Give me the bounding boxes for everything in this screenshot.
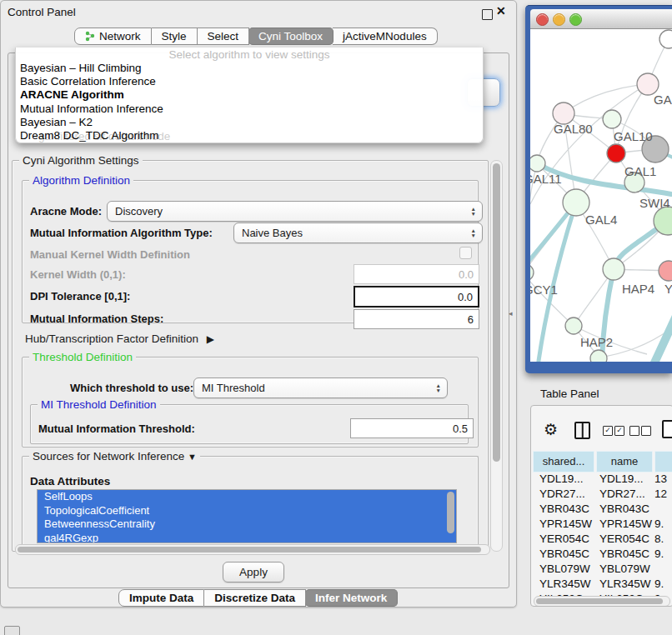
table-row[interactable]: YLR345WYLR345W9. [531, 578, 671, 592]
table-cell: 9. [654, 578, 664, 590]
network-node[interactable] [607, 144, 625, 162]
tab-discretize-data[interactable]: Discretize Data [204, 589, 306, 607]
algorithm-definition-title: Algorithm Definition [29, 174, 133, 187]
table-row[interactable]: YBR043CYBR043C [531, 502, 671, 518]
table-cell: 13 [654, 472, 667, 485]
column-header[interactable]: shared... [533, 451, 594, 472]
tab-select[interactable]: Select [198, 28, 250, 45]
network-node[interactable] [659, 261, 672, 281]
tab-cyni-toolbox[interactable]: Cyni Toolbox [248, 28, 333, 45]
algorithm-option[interactable]: Dream8 DC_TDC Algorithm [16, 129, 483, 142]
table-cell: YER054C [539, 532, 589, 545]
apply-button[interactable]: Apply [223, 562, 284, 582]
table-cell: YBL079W [539, 562, 590, 575]
network-node-label: SWI4 [639, 196, 670, 210]
table-cell: YDR27... [539, 488, 585, 500]
close-traffic-light-icon[interactable] [536, 13, 549, 26]
minimize-traffic-light-icon[interactable] [553, 13, 565, 26]
data-attributes-label: Data Attributes [30, 475, 110, 488]
settings-vscrollbar[interactable] [490, 160, 503, 552]
checkbox-checked-icon[interactable]: ✓ [603, 426, 613, 436]
data-attributes-list[interactable]: SelfLoopsTopologicalCoefficientBetweenne… [37, 489, 457, 543]
hub-definition-toggle[interactable]: Hub/Transcription Factor Definition ▶ [25, 332, 214, 345]
control-panel-title: Control Panel [8, 6, 76, 18]
algorithm-option[interactable]: Mutual Information Inference [16, 102, 483, 116]
table-row[interactable]: YER054CYER054C8. [531, 532, 671, 548]
tab-infer-network[interactable]: Infer Network [305, 589, 398, 607]
column-header[interactable]: name [596, 451, 653, 472]
kernel-width-field[interactable]: 0.0 [354, 264, 479, 284]
mi-type-label: Mutual Information Algorithm Type: [30, 227, 213, 239]
table-hscrollbar[interactable] [534, 596, 670, 607]
network-node[interactable] [659, 30, 672, 48]
data-attribute-item[interactable]: gal4RGexp [38, 532, 456, 544]
algorithm-option[interactable]: Bayesian – Hill Climbing [16, 62, 483, 75]
close-icon[interactable]: ✕ [496, 4, 506, 18]
table-cell: YDR27... [599, 488, 645, 500]
table-cell: YBR043C [599, 502, 649, 515]
which-threshold-combo[interactable]: MI Threshold ▲▼ [193, 378, 448, 398]
network-node-label: GAL1 [624, 164, 656, 178]
table-hscrollbar-thumb[interactable] [536, 598, 663, 604]
mi-steps-field[interactable]: 6 [354, 309, 479, 329]
manual-kernel-checkbox[interactable] [459, 247, 472, 259]
dpi-tolerance-label: DPI Tolerance [0,1]: [30, 290, 130, 302]
minimized-panel-icon[interactable] [4, 626, 20, 635]
network-node-label: GAL10 [614, 129, 653, 143]
threshold-definition-title: Threshold Definition [29, 351, 136, 363]
settings-hscrollbar[interactable] [15, 544, 490, 555]
checkbox-checked-icon[interactable]: ✓ [614, 426, 624, 436]
network-node[interactable] [603, 258, 624, 280]
network-window-titlebar[interactable] [530, 9, 672, 29]
table-row[interactable]: YBR045CYBR045C9. [531, 548, 671, 562]
network-node[interactable] [565, 318, 582, 334]
network-node[interactable] [530, 155, 545, 172]
data-attribute-item[interactable]: SelfLoops [38, 490, 456, 504]
table-row[interactable]: YDR27...YDR27...12 [531, 488, 671, 502]
checkbox-empty-icon[interactable] [629, 426, 639, 436]
table-cell: 8. [654, 532, 664, 545]
tab-style[interactable]: Style [152, 28, 198, 45]
float-panel-icon[interactable] [482, 9, 493, 20]
network-node[interactable] [530, 264, 534, 281]
mi-threshold-group-title: MI Threshold Definition [38, 398, 160, 411]
zoom-traffic-light-icon[interactable] [569, 13, 582, 26]
mi-threshold-field[interactable]: 0.5 [350, 418, 474, 438]
list-scrollbar-thumb[interactable] [447, 492, 454, 533]
mi-type-combo[interactable]: Naive Bayes ▲▼ [233, 222, 483, 243]
dpi-tolerance-field[interactable]: 0.0 [354, 286, 479, 308]
checkbox-empty-icon[interactable] [641, 426, 651, 436]
table-cell: YBR045C [599, 548, 649, 560]
aracne-mode-combo[interactable]: Discovery ▲▼ [107, 201, 483, 222]
arrow-down-icon: ▼ [188, 452, 197, 462]
tab-jactivemnodules[interactable]: jActiveMNodules [333, 28, 438, 45]
sources-group-title: Sources for Network Inference ▼ [29, 450, 200, 462]
bottom-tabs: Impute Data Discretize Data Infer Networ… [118, 589, 397, 607]
network-node-label: Y [664, 282, 672, 296]
settings-vscrollbar-thumb[interactable] [493, 163, 500, 462]
network-node-label: GAL11 [530, 172, 562, 186]
table-panel-title: Table Panel [540, 388, 599, 400]
settings-hscrollbar-thumb[interactable] [18, 547, 481, 552]
algorithm-option[interactable]: Bayesian – K2 [16, 116, 483, 129]
network-node[interactable] [603, 110, 621, 128]
columns-icon[interactable] [574, 422, 590, 439]
control-panel-tabs: Network Style Select Cyni Toolbox jActiv… [74, 28, 438, 45]
table-row[interactable]: YPR145WYPR145W9. [531, 518, 671, 532]
panel-divider-handle[interactable]: ◂ [509, 309, 513, 318]
column-header[interactable] [654, 451, 672, 472]
new-table-icon[interactable] [662, 420, 672, 438]
table-cell: YPR145W [599, 518, 652, 530]
data-attribute-item[interactable]: BetweennessCentrality [38, 518, 456, 532]
table-row[interactable]: YDL19...YDL19...13 [531, 472, 671, 488]
data-attribute-item[interactable]: TopologicalCoefficient [38, 504, 456, 518]
algorithm-option[interactable]: ARACNE Algorithm [16, 88, 483, 102]
arrow-right-icon: ▶ [207, 333, 214, 345]
tab-impute-data[interactable]: Impute Data [118, 589, 204, 607]
table-row[interactable]: YBL079WYBL079W [531, 562, 671, 578]
tab-network[interactable]: Network [74, 28, 152, 45]
algorithm-option[interactable]: Basic Correlation Inference [16, 75, 483, 88]
network-node[interactable] [590, 350, 607, 362]
gear-icon[interactable]: ⚙ [544, 420, 558, 439]
network-canvas[interactable]: GALGAL80GAL10GAL1GAL11GAL4SWI4GCY1HAP4YH… [530, 29, 672, 362]
